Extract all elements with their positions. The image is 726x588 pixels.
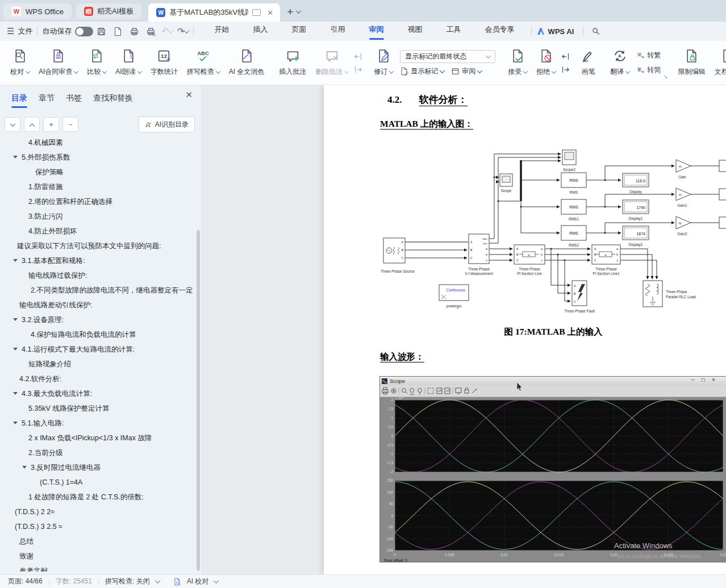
spell-check-button[interactable]: ABC 拼写检查 [182, 47, 224, 79]
file-menu[interactable]: 文件 [18, 26, 32, 36]
close-tab-icon[interactable]: ✕ [265, 9, 276, 17]
toc-item[interactable]: 建议采取以下方法可以预防本文中提到的问题: [0, 239, 193, 253]
tab-wps-office[interactable]: W WPS Office [3, 3, 72, 19]
review-pane-button[interactable]: 审阅 [451, 66, 482, 76]
tab-toc[interactable]: 目录 [11, 93, 27, 108]
toc-item[interactable]: 5.外部损伤系数 [0, 150, 193, 165]
print-preview-icon[interactable] [146, 27, 156, 36]
translate-button[interactable]: A 翻译 [606, 47, 634, 79]
delete-comment-button[interactable]: 删除批注 [311, 47, 353, 79]
menu-3[interactable]: 引用 [331, 24, 345, 38]
tab-document[interactable]: W 基于MATLAB的35kV线路继 ✕ [148, 3, 280, 22]
menu-1[interactable]: 插入 [253, 24, 268, 38]
document-page[interactable]: 4.2.软件分析： MATLAB 上的输入图： [324, 85, 726, 574]
show-markup-button[interactable]: 显示标记 [400, 66, 444, 76]
toc-item[interactable]: 4.3.最大负载电流计算: [0, 386, 193, 401]
wps-ai-menu[interactable]: WPS AI [548, 27, 574, 36]
toc-item[interactable]: 输电线路差动引线保护: [0, 298, 193, 312]
tab-list-chevron-icon[interactable] [296, 8, 302, 14]
menu-2[interactable]: 页面 [292, 24, 307, 38]
traditional-to-simplified-button[interactable]: 繁 转简 [636, 65, 661, 75]
tab-bookmarks[interactable]: 书签 [66, 93, 82, 108]
tab-find-replace[interactable]: 查找和替换 [93, 93, 133, 108]
compare-button[interactable]: 比较 [82, 47, 111, 79]
ai-contract-review-button[interactable]: AI合同审查 [34, 47, 82, 79]
toc-item[interactable]: 2.塔的位置和杆的正确选择 [0, 194, 193, 209]
insert-comment-button[interactable]: 插入批注 [274, 47, 311, 79]
menu-7[interactable]: 会员专享 [485, 24, 515, 38]
spell-check-status[interactable]: 拼写检查: 关闭 [105, 577, 150, 586]
restrict-editing-button[interactable]: 限制编辑 [674, 47, 710, 79]
toc-item[interactable]: 4.保护短路电流和负载电流的计算 [0, 327, 193, 342]
menu-6[interactable]: 工具 [447, 24, 461, 38]
ai-polish-button[interactable]: AI 全文润色 [224, 47, 269, 79]
toc-collapse-icon[interactable] [13, 392, 18, 395]
markup-state-dropdown[interactable]: 显示标记的最终状态 [400, 50, 495, 63]
hamburger-icon[interactable]: ☰ [7, 26, 14, 36]
toc-item[interactable]: 5.1.输入电路: [0, 416, 193, 431]
toc-item[interactable]: 2.不同类型故障的故障电流不同，继电器整定有一定 ... [0, 283, 193, 298]
next-change-icon[interactable] [561, 65, 570, 74]
accept-change-button[interactable]: 接受 [503, 47, 532, 79]
menu-4[interactable]: 审阅 [369, 24, 384, 38]
simplified-to-traditional-button[interactable]: 简 转繁 [636, 51, 661, 60]
track-changes-button[interactable]: 修订 [369, 47, 398, 79]
toc-collapse-icon[interactable] [13, 422, 18, 424]
toc-item[interactable]: (T.D.S.) 2 2≈ [0, 504, 193, 519]
export-icon[interactable] [113, 27, 123, 36]
toc-item[interactable]: 3.防止污闪 [0, 209, 193, 224]
toc-item[interactable]: 4.2.软件分析: [0, 372, 193, 386]
toc-item[interactable]: 4.1.运行模式下最大短路电流的计算: [0, 342, 193, 357]
ink-pen-button[interactable]: 画笔 [577, 47, 600, 79]
next-comment-icon[interactable] [354, 65, 362, 74]
tab-chapters[interactable]: 章节 [39, 93, 55, 108]
expand-all-button[interactable] [5, 117, 20, 132]
detach-window-icon[interactable] [252, 9, 261, 16]
toc-item[interactable]: 5.35kV 线路保护整定计算 [0, 401, 193, 416]
group-expander-icon[interactable]: ↘ [663, 73, 667, 80]
toc-item[interactable]: (T.D.S.) 3 2.5 ≈ [0, 519, 193, 534]
toc-item[interactable]: 3.反时限过电流继电器 [0, 460, 193, 475]
undo-chevron-icon[interactable] [168, 28, 174, 34]
close-sidebar-icon[interactable]: ✕ [185, 90, 193, 100]
collapse-all-button[interactable] [24, 117, 40, 132]
toc-item[interactable]: 保护策略 [0, 165, 193, 180]
ai-proofread-status[interactable]: AI 校对 [187, 577, 209, 586]
zoom-out-outline-button[interactable]: － [62, 117, 78, 132]
toc-collapse-icon[interactable] [13, 259, 18, 262]
toc-collapse-icon[interactable] [13, 156, 18, 159]
previous-comment-icon[interactable] [354, 52, 362, 61]
toc-collapse-icon[interactable] [22, 466, 27, 469]
previous-change-icon[interactable] [561, 52, 570, 61]
toc-item[interactable]: 1 处故障的短路是 2 处 C.T.S.的倍数: [0, 490, 193, 504]
page-indicator[interactable]: 页面: 44/66 [8, 577, 43, 586]
menu-0[interactable]: 开始 [215, 24, 230, 38]
toc-item[interactable]: 参考文献 [0, 564, 193, 572]
toc-item[interactable]: 1.防雷措施 [0, 180, 193, 194]
toc-item[interactable]: 3.1.基本配置和规格: [0, 253, 193, 268]
toc-item[interactable]: 4.机械因素 [0, 135, 193, 150]
sidebar-scrollbar[interactable] [197, 230, 200, 571]
menu-5[interactable]: 视图 [408, 24, 423, 38]
proofread-button[interactable]: 校对 [6, 47, 34, 79]
save-icon[interactable] [97, 27, 106, 36]
toc-item[interactable]: 致谢 [0, 549, 193, 564]
toc-collapse-icon[interactable] [13, 348, 18, 351]
search-icon[interactable] [591, 27, 600, 36]
toc-item[interactable]: (C.T.S.) 1=4A [0, 475, 193, 490]
reject-change-button[interactable]: 拒绝 [532, 47, 560, 79]
redo-icon[interactable]: ↷ [177, 26, 185, 36]
toc-item[interactable]: 4.防止外部损坏 [0, 224, 193, 239]
word-count-indicator[interactable]: 字数: 25451 [56, 577, 92, 586]
toc-item[interactable]: 总结 [0, 534, 193, 549]
ai-read-aloud-button[interactable]: AI朗读 [111, 47, 145, 79]
toc-item[interactable]: 2 x IMax 负载<IPickup<1/3 x IMax 故障 [0, 431, 193, 445]
toc-item[interactable]: 输电线路过载保护: [0, 268, 193, 283]
toc-item[interactable]: 3.2.设备原理: [0, 312, 193, 327]
autosave-toggle[interactable] [75, 27, 93, 36]
toc-item[interactable]: 2.当前分级 [0, 445, 193, 460]
word-count-button[interactable]: 12 字数统计 [146, 47, 182, 79]
ai-recognize-toc-button[interactable]: AI识别目录 [139, 116, 195, 132]
zoom-in-outline-button[interactable]: ＋ [43, 117, 59, 132]
print-icon[interactable] [130, 27, 139, 36]
